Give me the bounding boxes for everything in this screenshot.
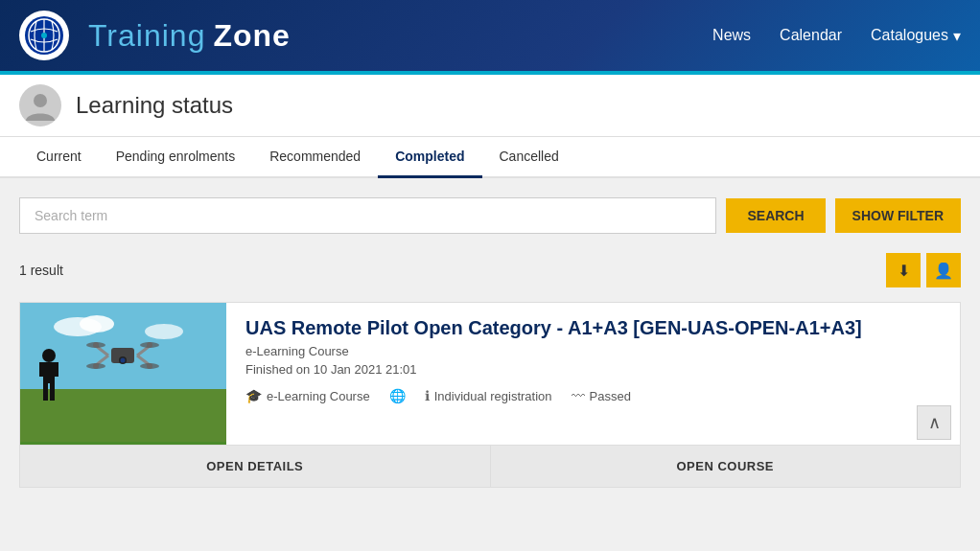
elearning-icon: 🎓 xyxy=(245,388,262,403)
passed-icon: 〰 xyxy=(572,388,585,403)
svg-point-16 xyxy=(93,342,99,348)
card-actions: OPEN DETAILS OPEN COURSE xyxy=(20,445,960,487)
header-title: Training Zone xyxy=(88,18,291,54)
tabs-bar: Current Pending enrolments Recommended C… xyxy=(0,137,980,178)
svg-point-17 xyxy=(147,342,152,348)
avatar xyxy=(19,84,61,126)
nav-calendar[interactable]: Calendar xyxy=(780,27,842,44)
svg-point-6 xyxy=(145,324,183,339)
main-content: Search SHOW FILTER 1 result ⬇ 👤 xyxy=(0,178,980,507)
meta-passed-text: Passed xyxy=(590,389,631,403)
svg-point-18 xyxy=(93,363,99,369)
svg-rect-28 xyxy=(50,383,55,401)
search-area: Search SHOW FILTER xyxy=(19,197,961,234)
user-bar: Learning status xyxy=(0,75,980,137)
meta-registration-text: Individual registration xyxy=(434,389,552,403)
show-filter-button[interactable]: SHOW FILTER xyxy=(835,198,961,233)
course-card-inner: UAS Remote Pilot Open Category - A1+A3 [… xyxy=(20,303,960,445)
results-count: 1 result xyxy=(19,263,63,278)
course-card: UAS Remote Pilot Open Category - A1+A3 [… xyxy=(19,302,961,488)
svg-rect-25 xyxy=(39,362,44,377)
logo-area xyxy=(19,11,69,60)
course-title: UAS Remote Pilot Open Category - A1+A3 [… xyxy=(245,317,941,339)
results-header: 1 result ⬇ 👤 xyxy=(19,253,961,287)
nav-news[interactable]: News xyxy=(712,27,751,44)
chevron-down-icon: ▾ xyxy=(953,27,961,45)
globe-icon: 🌐 xyxy=(389,388,406,403)
nav-catalogues[interactable]: Catalogues ▾ xyxy=(871,27,961,45)
search-input[interactable] xyxy=(19,197,716,234)
header: Training Zone News Calendar Catalogues ▾ xyxy=(0,0,980,75)
svg-point-2 xyxy=(34,94,47,107)
svg-rect-27 xyxy=(43,383,48,401)
course-meta: 🎓 e-Learning Course 🌐 ℹ Individual regis… xyxy=(245,388,941,403)
header-nav: News Calendar Catalogues ▾ xyxy=(712,27,961,45)
open-course-button[interactable]: OPEN COURSE xyxy=(491,446,961,487)
download-button[interactable]: ⬇ xyxy=(886,253,921,287)
svg-point-19 xyxy=(147,363,152,369)
chevron-up-icon: ∧ xyxy=(928,412,941,433)
scroll-top-button[interactable]: ∧ xyxy=(917,405,951,440)
title-zone: Zone xyxy=(213,18,290,54)
svg-point-1 xyxy=(41,33,47,38)
meta-elearning: 🎓 e-Learning Course xyxy=(245,388,370,403)
tab-current[interactable]: Current xyxy=(19,137,99,178)
course-card-wrapper: UAS Remote Pilot Open Category - A1+A3 [… xyxy=(19,302,961,488)
svg-point-5 xyxy=(80,315,114,333)
tab-cancelled[interactable]: Cancelled xyxy=(482,137,576,178)
search-button[interactable]: Search xyxy=(726,198,825,233)
download-icon: ⬇ xyxy=(898,262,910,280)
course-details: UAS Remote Pilot Open Category - A1+A3 [… xyxy=(226,303,960,445)
icon-buttons: ⬇ 👤 xyxy=(886,253,961,287)
eurocontrol-logo xyxy=(19,11,69,60)
svg-point-22 xyxy=(121,358,126,363)
title-training: Training xyxy=(88,18,205,54)
tab-completed[interactable]: Completed xyxy=(378,137,481,178)
user-export-button[interactable]: 👤 xyxy=(926,253,961,287)
tab-pending[interactable]: Pending enrolments xyxy=(99,137,253,178)
course-finished: Finished on 10 Jan 2021 21:01 xyxy=(245,362,941,377)
course-image xyxy=(20,303,226,445)
info-icon: ℹ xyxy=(425,388,430,403)
meta-passed: 〰 Passed xyxy=(572,388,631,403)
svg-point-23 xyxy=(42,349,56,362)
open-details-button[interactable]: OPEN DETAILS xyxy=(20,446,491,487)
svg-rect-26 xyxy=(54,362,58,377)
meta-registration: ℹ Individual registration xyxy=(425,388,552,403)
svg-rect-24 xyxy=(43,362,55,383)
course-type: e-Learning Course xyxy=(245,344,941,358)
page-title: Learning status xyxy=(76,92,233,119)
tab-recommended[interactable]: Recommended xyxy=(252,137,378,178)
meta-globe: 🌐 xyxy=(389,388,406,403)
meta-elearning-text: e-Learning Course xyxy=(267,389,370,403)
user-icon: 👤 xyxy=(934,262,953,280)
